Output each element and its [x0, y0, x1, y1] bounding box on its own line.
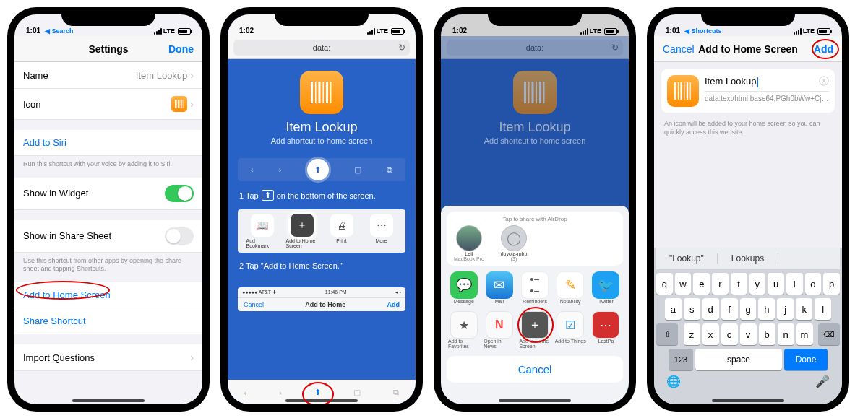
phone-2-safari-instructions: 1:02 LTE data:↻ Item Lookup Add shortcut… — [220, 7, 423, 412]
show-in-share-sheet[interactable]: Show in Share Sheet — [14, 220, 202, 253]
airdrop-person[interactable]: ◯rloyola-mbp(3) — [496, 225, 532, 261]
svg-rect-4 — [181, 100, 182, 108]
name-input[interactable]: Item Lookupⓧ — [705, 75, 829, 92]
key-n[interactable]: n — [778, 323, 794, 345]
key-g[interactable]: g — [740, 298, 757, 320]
svg-rect-19 — [678, 82, 679, 100]
import-questions[interactable]: Import Questions› — [14, 344, 202, 371]
svg-rect-2 — [179, 100, 179, 108]
barcode-icon — [171, 96, 187, 112]
icon-cell[interactable]: Icon› — [14, 89, 202, 120]
key-t[interactable]: t — [731, 273, 747, 295]
action-favorites[interactable]: ★Add to Favorites — [448, 311, 479, 349]
shortcut-name: Item Lookup — [228, 120, 416, 135]
share-shortcut[interactable]: Share Shortcut — [14, 308, 202, 334]
widget-toggle[interactable] — [165, 185, 194, 202]
key-q[interactable]: q — [656, 273, 673, 295]
key-u[interactable]: u — [768, 273, 784, 295]
name-cell[interactable]: NameItem Lookup› — [14, 62, 202, 89]
key-a[interactable]: a — [665, 298, 682, 320]
key-k[interactable]: k — [796, 298, 812, 320]
key-f[interactable]: f — [721, 298, 738, 320]
share-sheet: Tap to share with AirDrop LeifMacBook Pr… — [441, 206, 629, 404]
key-h[interactable]: h — [758, 298, 775, 320]
mini-share-actions: 📖Add Bookmark ＋Add to Home Screen 🖨Print… — [238, 209, 405, 253]
svg-rect-9 — [323, 82, 325, 103]
app-mail[interactable]: ✉Mail — [484, 271, 515, 304]
key-z[interactable]: z — [684, 323, 700, 345]
svg-rect-6 — [311, 82, 313, 103]
action-news[interactable]: NOpen in News — [484, 311, 515, 349]
key-j[interactable]: j — [777, 298, 794, 320]
step-1: 1 Tap⬆on the bottom of the screen. — [228, 186, 416, 205]
svg-rect-23 — [690, 82, 691, 100]
app-message[interactable]: 💬Message — [448, 271, 479, 304]
key-s[interactable]: s — [684, 298, 700, 320]
sharesheet-toggle[interactable] — [165, 227, 194, 245]
app-notability[interactable]: ✎Notability — [555, 271, 586, 304]
key-d[interactable]: d — [702, 298, 719, 320]
show-in-widget[interactable]: Show in Widget — [14, 178, 202, 210]
safari-url-bar[interactable]: data:↻ — [228, 36, 416, 59]
shift-key[interactable]: ⇧ — [656, 323, 678, 345]
sharesheet-hint: Use this shortcut from other apps by ope… — [14, 253, 202, 282]
navbar: Cancel Add to Home Screen Add — [654, 36, 842, 62]
suggestion-bar[interactable]: "Lookup"Lookups — [656, 248, 840, 269]
action-things[interactable]: ☑Add to Things — [555, 311, 586, 349]
space-key[interactable]: space — [695, 349, 782, 370]
add-to-siri[interactable]: Add to Siri — [14, 130, 202, 156]
airdrop-person[interactable]: LeifMacBook Pro — [451, 225, 487, 261]
svg-rect-0 — [175, 100, 176, 108]
shortcut-sub: Add shortcut to home screen — [228, 136, 416, 145]
svg-rect-8 — [319, 82, 321, 103]
back-shortcuts[interactable]: ◀ Shortcuts — [684, 27, 722, 35]
svg-rect-22 — [687, 82, 688, 100]
key-p[interactable]: p — [823, 273, 840, 295]
clear-icon[interactable]: ⓧ — [819, 75, 829, 88]
page-title: Add to Home Screen — [698, 43, 798, 55]
svg-rect-20 — [680, 82, 682, 100]
mic-icon[interactable]: 🎤 — [815, 375, 830, 388]
svg-rect-7 — [315, 82, 317, 103]
key-i[interactable]: i — [786, 273, 803, 295]
key-o[interactable]: o — [805, 273, 822, 295]
phone-4-add-home: 1:01◀ Shortcuts LTE Cancel Add to Home S… — [647, 7, 849, 412]
app-reminders[interactable]: •−•−Reminders — [519, 271, 550, 304]
barcode-icon — [300, 71, 343, 114]
url-field: data:text/html;base64,PGh0bWw+Cjx... — [705, 92, 829, 103]
key-w[interactable]: w — [675, 273, 692, 295]
key-y[interactable]: y — [749, 273, 766, 295]
mini-toolbar: ‹›⬆▢⧉ — [238, 158, 405, 181]
key-e[interactable]: e — [693, 273, 710, 295]
add-to-home-screen[interactable]: Add to Home Screen — [14, 282, 202, 308]
key-x[interactable]: x — [702, 323, 719, 345]
share-icon[interactable]: ⬆ — [314, 388, 321, 397]
app-twitter[interactable]: 🐦Twitter — [590, 271, 622, 304]
svg-rect-1 — [177, 100, 178, 108]
action-row: ★Add to Favorites NOpen in News ＋Add to … — [447, 311, 623, 349]
numbers-key[interactable]: 123 — [669, 349, 693, 370]
page-title: Settings — [88, 43, 128, 55]
reload-icon[interactable]: ↻ — [398, 43, 405, 53]
backspace-key[interactable]: ⌫ — [818, 323, 840, 345]
navbar: Settings Done — [14, 36, 202, 62]
globe-icon[interactable]: 🌐 — [666, 375, 681, 388]
cancel-button[interactable]: Cancel — [447, 356, 623, 383]
siri-hint: Run this shortcut with your voice by add… — [14, 156, 202, 178]
back-search[interactable]: ◀ Search — [45, 27, 74, 35]
add-button[interactable]: Add — [814, 43, 833, 55]
key-c[interactable]: c — [721, 323, 738, 345]
keyboard[interactable]: "Lookup"Lookups qwertyuiop asdfghjkl ⇧zx… — [654, 248, 842, 404]
key-b[interactable]: b — [759, 323, 775, 345]
action-add-home[interactable]: ＋Add to Home Screen — [519, 311, 550, 349]
share-icon: ⬆ — [307, 159, 329, 180]
cancel-button[interactable]: Cancel — [663, 43, 695, 55]
key-v[interactable]: v — [740, 323, 757, 345]
key-m[interactable]: m — [796, 323, 813, 345]
done-button[interactable]: Done — [168, 43, 194, 55]
phone-1-settings: 1:01◀ Search LTE Settings Done NameItem … — [7, 7, 210, 412]
key-r[interactable]: r — [712, 273, 729, 295]
keyboard-done[interactable]: Done — [784, 349, 828, 370]
action-lastpass[interactable]: ⋯LastPa — [590, 311, 622, 349]
key-l[interactable]: l — [815, 298, 831, 320]
